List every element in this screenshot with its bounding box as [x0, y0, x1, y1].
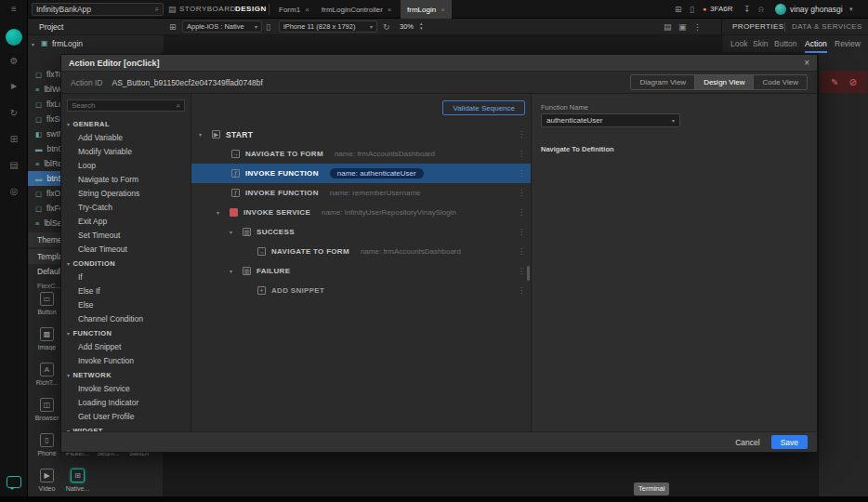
snapshot-icon[interactable]: ▣: [678, 19, 687, 35]
tab-design[interactable]: DESIGN: [235, 0, 267, 19]
row-menu-icon[interactable]: ⋮: [518, 189, 525, 197]
row-menu-icon[interactable]: ⋮: [518, 150, 525, 158]
platform-select[interactable]: Apple-iOS : Native ▾: [182, 20, 262, 33]
hamburger-menu-icon[interactable]: ≡: [0, 4, 28, 14]
action-clear-timeout[interactable]: Clear Timeout: [61, 243, 191, 257]
action-search-input[interactable]: [72, 101, 177, 110]
action-invoke-service[interactable]: Invoke Service: [61, 382, 191, 396]
project-panel-tab[interactable]: Project: [39, 19, 63, 35]
category-general[interactable]: ▾GENERAL: [61, 117, 191, 131]
prop-tab-look[interactable]: Look: [730, 36, 747, 51]
action-try-catch[interactable]: Try-Catch: [61, 201, 191, 215]
chevron-down-icon[interactable]: ▾: [230, 268, 243, 274]
prop-tab-review[interactable]: Review: [835, 36, 861, 51]
cancel-button[interactable]: Cancel: [735, 438, 759, 447]
sequence-node-navigate-success[interactable]: → NAVIGATE TO FORM name: frmAccountsDash…: [191, 242, 531, 261]
category-widget[interactable]: ▾WIDGET: [61, 424, 191, 431]
device-select[interactable]: iPhone 11 (828 x 1792) ▾: [279, 20, 377, 33]
view-tab-code[interactable]: Code View: [753, 75, 807, 89]
tab-data-services[interactable]: DATA & SERVICES: [792, 19, 862, 35]
row-menu-icon[interactable]: ⋮: [518, 228, 525, 236]
action-channel-condition[interactable]: Channel Condition: [61, 312, 191, 326]
palette-item-phone[interactable]: ▯ Phone: [32, 433, 62, 468]
close-tab-icon[interactable]: ×: [441, 6, 445, 14]
sequence-node-navigate[interactable]: → NAVIGATE TO FORM name: frmAccountsDash…: [191, 144, 531, 164]
rotate-device-icon[interactable]: ↻: [383, 19, 390, 35]
chevron-down-icon[interactable]: ▾: [217, 209, 230, 216]
notification-bell-icon[interactable]: ⍾: [758, 0, 764, 19]
action-loop[interactable]: Loop: [61, 159, 191, 173]
pencil-icon[interactable]: ✎: [831, 77, 838, 87]
tree-root-row[interactable]: ▾ ▣ frmLogin: [28, 35, 164, 52]
save-button[interactable]: Save: [771, 435, 808, 449]
apps-grid-icon[interactable]: ⊞: [0, 134, 28, 144]
palette-item-button[interactable]: ▭ Button: [32, 292, 62, 326]
sequence-node-invoke-service[interactable]: ▾ INVOKE SERVICE name: InfinityUserRepos…: [191, 203, 531, 222]
category-function[interactable]: ▾FUNCTION: [61, 326, 191, 340]
community-users-icon[interactable]: ◎: [0, 186, 28, 196]
chevron-down-icon[interactable]: ▾: [199, 131, 212, 138]
documents-panel-icon[interactable]: ▤: [0, 160, 28, 170]
user-menu-caret-icon[interactable]: ▾: [849, 0, 853, 19]
category-network[interactable]: ▾NETWORK: [61, 368, 191, 382]
action-if[interactable]: If: [61, 271, 191, 284]
validate-sequence-button[interactable]: Validate Sequence: [442, 100, 525, 115]
zoom-stepper[interactable]: ▴ ▾: [420, 21, 423, 31]
action-set-timeout[interactable]: Set Timeout: [61, 229, 191, 243]
action-add-variable[interactable]: Add Variable: [61, 131, 191, 145]
app-logo[interactable]: [6, 29, 22, 46]
layout-grid-icon[interactable]: ⊞: [169, 19, 177, 35]
row-menu-icon[interactable]: ⋮: [518, 267, 525, 275]
stepper-down-icon[interactable]: ▾: [420, 26, 423, 31]
palette-item-image[interactable]: ▩ Image: [32, 327, 62, 362]
palette-item-browser[interactable]: ◫ Browser: [32, 398, 62, 432]
close-tab-icon[interactable]: ×: [305, 6, 309, 14]
tab-properties[interactable]: PROPERTIES: [732, 19, 783, 35]
device-preview-icon[interactable]: ▯: [690, 0, 694, 19]
doc-panel-icon[interactable]: ▤: [664, 19, 672, 35]
action-modify-variable[interactable]: Modify Variable: [61, 145, 191, 159]
view-tab-design[interactable]: Design View: [694, 75, 753, 89]
row-menu-icon[interactable]: ⋮: [518, 247, 525, 256]
chevron-down-icon[interactable]: ▾: [230, 229, 243, 235]
download-build-icon[interactable]: ↧: [743, 0, 751, 19]
project-search-input[interactable]: [36, 5, 151, 14]
action-invoke-function[interactable]: Invoke Function: [61, 354, 191, 368]
close-icon[interactable]: ×: [804, 58, 809, 68]
canvas-scrollbar[interactable]: [527, 266, 530, 281]
settings-gear-icon[interactable]: ⚙: [0, 56, 28, 66]
build-badge[interactable]: 3FA6R: [710, 0, 732, 19]
run-play-icon[interactable]: ▶: [0, 82, 28, 90]
action-else[interactable]: Else: [61, 298, 191, 312]
function-name-select[interactable]: authenticateUser ▾: [541, 113, 680, 127]
prop-tab-skin[interactable]: Skin: [753, 36, 769, 51]
action-navigate-to-form[interactable]: Navigate to Form: [61, 173, 191, 187]
action-else-if[interactable]: Else If: [61, 284, 191, 298]
sequence-node-invoke-function[interactable]: ƒ INVOKE FUNCTION name: rememberUsername…: [191, 183, 531, 203]
close-tab-icon[interactable]: ×: [388, 6, 392, 14]
view-tab-diagram[interactable]: Diagram View: [631, 75, 694, 89]
action-loading-indicator[interactable]: Loading Indicator: [61, 396, 191, 410]
user-name[interactable]: vinay ghonasgi: [790, 0, 843, 19]
doc-tab-frmlogin[interactable]: frmLogin ×: [401, 0, 452, 19]
more-options-icon[interactable]: ⋮: [693, 19, 702, 35]
apps-grid-icon[interactable]: ⊞: [675, 0, 682, 19]
panel-layers-icon[interactable]: ▤: [168, 0, 177, 19]
row-menu-icon[interactable]: ⋮: [518, 208, 525, 217]
tab-storyboard[interactable]: STORYBOARD: [179, 0, 236, 19]
category-condition[interactable]: ▾CONDITION: [61, 257, 191, 271]
user-avatar[interactable]: [775, 4, 786, 15]
action-add-snippet[interactable]: Add Snippet: [61, 340, 191, 354]
row-menu-icon[interactable]: ⋮: [518, 130, 525, 139]
sequence-node-failure[interactable]: ▾ ▥ FAILURE ⋮: [191, 261, 531, 281]
prop-tab-action[interactable]: Action: [805, 36, 827, 53]
chevron-down-icon[interactable]: ▾: [32, 41, 34, 47]
action-search[interactable]: ⌕: [67, 99, 185, 112]
prop-tab-button[interactable]: Button: [774, 36, 797, 51]
row-menu-icon[interactable]: ⋮: [518, 286, 525, 295]
navigate-to-definition-link[interactable]: Navigate To Definition: [541, 145, 614, 153]
action-get-user-profile[interactable]: Get User Profile: [61, 410, 191, 424]
doc-tab-frmlogincontroller[interactable]: frmLoginController ×: [315, 0, 398, 19]
sync-refresh-icon[interactable]: ↻: [0, 108, 28, 118]
palette-item-richtext[interactable]: A RichT...: [32, 363, 62, 397]
